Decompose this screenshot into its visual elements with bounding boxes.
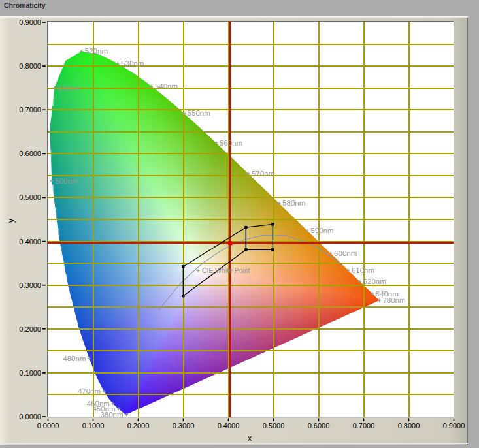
svg-text:570nm: 570nm xyxy=(252,170,274,178)
svg-text:380nm: 380nm xyxy=(100,411,123,419)
svg-text:780nm: 780nm xyxy=(382,296,405,304)
svg-text:0.5000: 0.5000 xyxy=(19,193,41,201)
svg-text:0.4000: 0.4000 xyxy=(19,238,41,246)
svg-text:580nm: 580nm xyxy=(282,199,305,207)
svg-text:0.2000: 0.2000 xyxy=(19,325,41,333)
svg-text:0.5000: 0.5000 xyxy=(263,422,285,430)
svg-text:0.1000: 0.1000 xyxy=(19,369,41,377)
svg-text:x: x xyxy=(248,434,252,443)
svg-text:y: y xyxy=(7,218,16,223)
svg-text:0.1000: 0.1000 xyxy=(82,422,105,430)
svg-text:550nm: 550nm xyxy=(188,109,210,117)
svg-text:0.8000: 0.8000 xyxy=(398,422,420,430)
svg-text:590nm: 590nm xyxy=(310,227,333,234)
svg-text:0.8000: 0.8000 xyxy=(19,62,41,70)
svg-text:0.7000: 0.7000 xyxy=(353,422,375,430)
svg-text:0.7000: 0.7000 xyxy=(19,106,41,114)
svg-text:0.3000: 0.3000 xyxy=(19,281,41,289)
svg-text:0.9000: 0.9000 xyxy=(19,18,41,26)
svg-text:620nm: 620nm xyxy=(363,278,386,285)
svg-text:0.6000: 0.6000 xyxy=(308,422,330,430)
svg-text:0.3000: 0.3000 xyxy=(173,422,195,430)
svg-text:560nm: 560nm xyxy=(220,139,242,147)
svg-text:500nm: 500nm xyxy=(55,177,78,185)
svg-text:520nm: 520nm xyxy=(85,47,108,55)
svg-text:610nm: 610nm xyxy=(352,266,374,274)
svg-text:600nm: 600nm xyxy=(334,249,357,257)
svg-text:0.0000: 0.0000 xyxy=(19,413,41,421)
svg-text:CIE White Point: CIE White Point xyxy=(202,266,250,274)
svg-text:0.2000: 0.2000 xyxy=(127,422,150,430)
svg-text:480nm: 480nm xyxy=(63,355,86,362)
svg-text:530nm: 530nm xyxy=(121,59,144,67)
svg-text:0.0000: 0.0000 xyxy=(37,422,59,430)
svg-text:Chromaticity: Chromaticity xyxy=(4,1,46,9)
svg-text:0.6000: 0.6000 xyxy=(19,150,41,157)
svg-text:470nm: 470nm xyxy=(78,387,101,395)
svg-text:0.4000: 0.4000 xyxy=(218,422,240,430)
svg-text:0.9000: 0.9000 xyxy=(443,422,465,430)
svg-text:510nm: 510nm xyxy=(58,84,80,92)
svg-text:540nm: 540nm xyxy=(155,82,178,90)
